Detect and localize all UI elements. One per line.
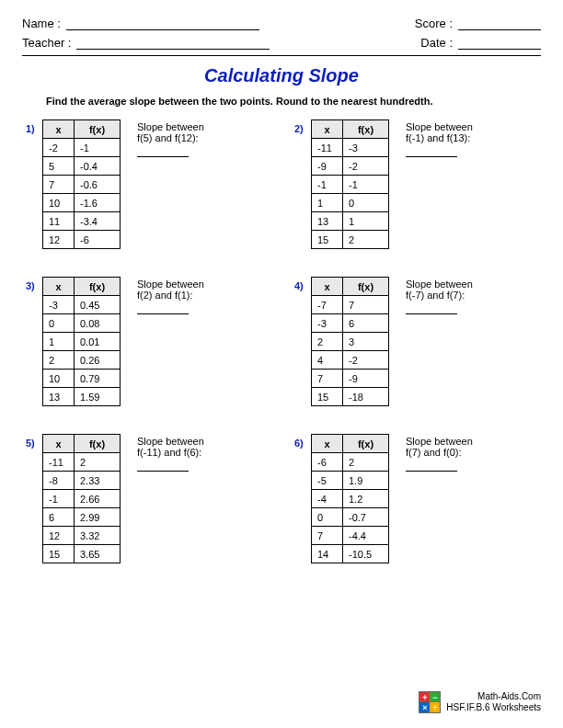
cell-x: 13 (312, 212, 343, 231)
slope-between-label: Slope between (406, 279, 473, 290)
answer-blank[interactable] (406, 471, 457, 472)
header-rule (22, 55, 541, 56)
answer-blank[interactable] (137, 313, 189, 314)
table-row: -2-1 (43, 139, 121, 157)
problem: 3)xf(x)-30.4500.0810.0120.26100.79131.59… (26, 277, 269, 406)
table-row: 23 (312, 333, 389, 351)
col-header-fx: f(x) (75, 435, 121, 453)
answer-blank[interactable] (137, 471, 189, 472)
cell-fx: -0.4 (75, 157, 121, 176)
cell-x: 15 (43, 545, 75, 563)
cell-x: 15 (312, 388, 343, 406)
table-row: 7-0.6 (43, 176, 121, 194)
cell-fx: -2 (343, 351, 389, 370)
cell-x: -5 (312, 472, 343, 490)
cell-x: 5 (43, 157, 75, 176)
cell-fx: -4.4 (343, 527, 389, 545)
cell-x: -11 (43, 453, 75, 472)
table-row: 4-2 (312, 351, 389, 370)
cell-fx: -1 (75, 139, 121, 157)
score-blank[interactable] (458, 17, 541, 30)
cell-fx: 3 (343, 333, 389, 351)
score-label: Score : (415, 17, 453, 30)
cell-x: 7 (312, 370, 343, 388)
table-row: 131 (312, 212, 389, 231)
table-row: 00.08 (43, 314, 121, 333)
name-blank[interactable] (66, 17, 259, 30)
slope-prompt: Slope betweenf(7) and f(0): (406, 434, 473, 563)
name-field: Name : (22, 17, 259, 30)
col-header-fx: f(x) (343, 120, 389, 139)
cell-x: -6 (312, 453, 343, 472)
table-row: -51.9 (312, 472, 389, 490)
slope-points: f(-11) and f(6): (137, 447, 204, 458)
cell-fx: 2.99 (75, 508, 121, 527)
teacher-blank[interactable] (76, 37, 270, 50)
footer-text: Math-Aids.Com HSF.IF.B.6 Worksheets (446, 691, 541, 713)
cell-x: 1 (312, 194, 343, 212)
problem: 5)xf(x)-112-82.33-12.6662.99123.32153.65… (26, 434, 269, 563)
table-row: 20.26 (43, 351, 121, 370)
cell-fx: 1.9 (343, 472, 389, 490)
cell-fx: -18 (343, 388, 389, 406)
problem-number: 5) (26, 434, 42, 563)
table-row: -30.45 (43, 296, 121, 314)
date-label: Date : (420, 36, 453, 50)
cell-fx: 2 (343, 453, 389, 472)
col-header-fx: f(x) (343, 278, 389, 296)
table-row: 7-9 (312, 370, 389, 388)
cell-x: -1 (43, 490, 75, 508)
data-table: xf(x)-2-15-0.47-0.610-1.611-3.412-6 (42, 119, 121, 249)
table-row: -11-3 (312, 139, 389, 157)
col-header-x: x (312, 120, 343, 139)
cell-x: -11 (312, 139, 343, 157)
slope-between-label: Slope between (406, 121, 473, 132)
table-row: 62.99 (43, 508, 121, 527)
table-row: -12.66 (43, 490, 121, 508)
table-row: 14-10.5 (312, 545, 389, 563)
table-row: 152 (312, 231, 389, 249)
cell-x: 2 (312, 333, 343, 351)
footer: +−×÷ Math-Aids.Com HSF.IF.B.6 Worksheets (419, 691, 541, 713)
cell-fx: 3.65 (75, 545, 121, 563)
cell-x: 4 (312, 351, 343, 370)
table-row: -77 (312, 296, 389, 314)
col-header-x: x (43, 435, 75, 453)
cell-fx: -3 (343, 139, 389, 157)
table-row: -36 (312, 314, 389, 333)
col-header-fx: f(x) (75, 278, 121, 296)
answer-blank[interactable] (406, 156, 457, 157)
cell-x: 1 (43, 333, 75, 351)
slope-prompt: Slope betweenf(2) and f(1): (137, 277, 204, 406)
col-header-fx: f(x) (75, 120, 121, 139)
slope-prompt: Slope betweenf(5) and f(12): (137, 119, 204, 249)
table-row: 10.01 (43, 333, 121, 351)
cell-fx: 0.79 (75, 370, 121, 388)
col-header-x: x (312, 278, 343, 296)
answer-blank[interactable] (406, 313, 457, 314)
slope-points: f(-7) and f(7): (406, 290, 473, 301)
cell-x: 7 (312, 527, 343, 545)
cell-x: -2 (43, 139, 75, 157)
cell-fx: -0.7 (343, 508, 389, 527)
cell-fx: 0 (343, 194, 389, 212)
date-field: Date : (420, 36, 541, 50)
slope-between-label: Slope between (137, 436, 204, 447)
table-row: -62 (312, 453, 389, 472)
table-row: -41.2 (312, 490, 389, 508)
date-blank[interactable] (458, 37, 541, 50)
table-row: -9-2 (312, 157, 389, 176)
cell-fx: 7 (343, 296, 389, 314)
answer-blank[interactable] (137, 156, 189, 157)
cell-fx: 2 (75, 453, 121, 472)
slope-between-label: Slope between (406, 436, 473, 447)
slope-prompt: Slope betweenf(-11) and f(6): (137, 434, 204, 563)
cell-fx: 0.45 (75, 296, 121, 314)
table-row: 15-18 (312, 388, 389, 406)
problem: 6)xf(x)-62-51.9-41.20-0.77-4.414-10.5Slo… (294, 434, 537, 563)
table-row: 7-4.4 (312, 527, 389, 545)
slope-prompt: Slope betweenf(-1) and f(13): (406, 119, 473, 249)
table-row: 12-6 (43, 231, 121, 249)
instructions: Find the average slope between the two p… (46, 96, 541, 107)
table-row: -1-1 (312, 176, 389, 194)
